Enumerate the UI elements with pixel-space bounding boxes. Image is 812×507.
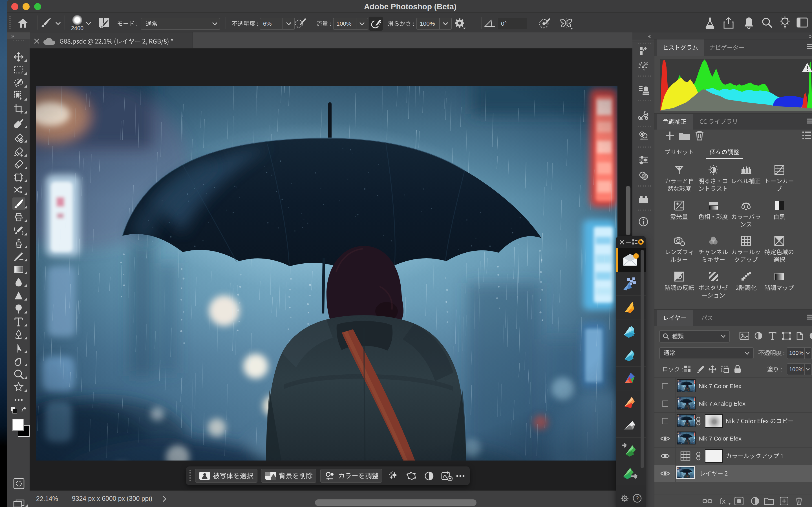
svg-text:?: ?: [636, 495, 639, 501]
